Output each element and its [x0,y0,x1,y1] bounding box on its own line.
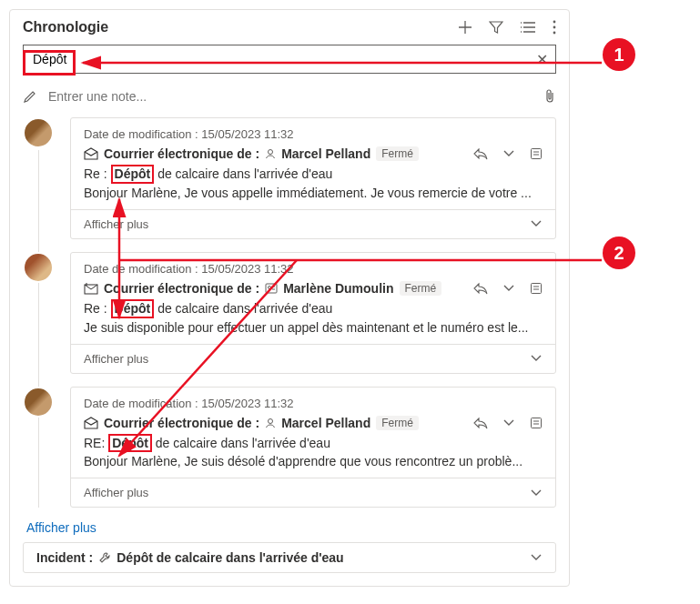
email-preview: Bonjour Marlène, Je vous appelle immédia… [84,186,543,200]
show-more-button[interactable]: Afficher plus [71,209,555,238]
search-box[interactable]: ✕ [23,45,556,74]
reply-icon[interactable] [473,417,488,429]
header-actions [458,20,556,35]
note-icon[interactable] [530,147,543,160]
clear-search-icon[interactable]: ✕ [536,51,548,68]
from-row: Courrier électronique de : Marcel Pellan… [84,416,543,430]
timeline-entry: Date de modification : 15/05/2023 11:32 … [23,387,556,508]
svg-point-1 [553,26,556,29]
panel-header: Chronologie [23,19,556,35]
sender-name: Marlène Dumoulin [283,281,393,296]
reply-icon[interactable] [473,147,488,160]
attachment-icon[interactable] [543,89,556,104]
chevron-down-icon [530,488,543,498]
timeline-panel: Chronologie ✕ Date de modification : 15/… [9,9,570,587]
svg-rect-4 [532,149,542,159]
status-badge: Fermé [376,416,419,430]
search-match-highlight: Dépôt [108,434,152,453]
from-label: Courrier électronique de : [104,146,259,161]
entry-actions [473,282,543,295]
svg-rect-6 [266,284,277,293]
modification-date: Date de modification : 15/05/2023 11:32 [84,262,543,276]
from-row: Courrier électronique de : Marcel Pellan… [84,146,543,161]
chevron-down-icon[interactable] [502,284,515,293]
sender-name: Marcel Pelland [281,146,370,161]
list-order-icon[interactable] [520,20,536,35]
chevron-down-icon[interactable] [502,149,515,158]
timeline-entry: Date de modification : 15/05/2023 11:32 … [23,252,556,374]
more-vertical-icon[interactable] [553,20,556,35]
avatar [23,117,54,148]
add-icon[interactable] [458,20,472,35]
svg-rect-10 [532,418,542,428]
search-match-highlight: Dépôt [111,299,155,318]
annotation-callout-2: 2 [603,237,635,269]
search-input[interactable] [31,51,536,67]
svg-point-3 [269,150,273,155]
reply-icon[interactable] [473,282,488,295]
show-more-button[interactable]: Afficher plus [71,344,555,373]
entry-actions [473,147,543,160]
email-preview: Je suis disponible pour effectuer un app… [84,320,543,335]
email-preview: Bonjour Marlène, Je suis désolé d'appren… [84,454,543,468]
avatar [23,387,54,418]
email-subject: RE: Dépôt de calcaire dans l'arrivée d'e… [84,434,543,453]
modification-date: Date de modification : 15/05/2023 11:32 [84,397,543,410]
svg-point-2 [553,32,556,35]
svg-rect-8 [532,283,542,293]
incident-box[interactable]: Incident : Dépôt de calcaire dans l'arri… [23,542,556,573]
svg-point-9 [269,418,273,423]
status-badge: Fermé [376,146,419,161]
show-all-link[interactable]: Afficher plus [26,520,96,535]
chevron-down-icon[interactable] [530,553,543,562]
from-row: Courrier électronique de : Marlène Dumou… [84,281,543,296]
annotation-callout-1: 1 [603,38,635,71]
entry-card[interactable]: Date de modification : 15/05/2023 11:32 … [70,117,556,239]
from-label: Courrier électronique de : [104,416,259,430]
timeline-entry: Date de modification : 15/05/2023 11:32 … [23,117,556,239]
chevron-down-icon[interactable] [502,418,515,428]
contact-card-icon [265,283,278,294]
incident-title: Dépôt de calcaire dans l'arrivée d'eau [117,550,343,565]
show-more-button[interactable]: Afficher plus [71,478,555,507]
filter-icon[interactable] [489,20,503,35]
entry-card[interactable]: Date de modification : 15/05/2023 11:32 … [70,252,556,374]
avatar [23,252,54,283]
modification-date: Date de modification : 15/05/2023 11:32 [84,127,543,141]
timeline-list: Date de modification : 15/05/2023 11:32 … [23,117,556,508]
email-subject: Re : Dépôt de calcaire dans l'arrivée d'… [84,299,543,318]
person-icon [265,148,276,159]
svg-point-0 [553,21,556,24]
mail-in-icon [84,282,98,295]
note-row [23,83,556,117]
chevron-down-icon [530,219,543,228]
note-icon[interactable] [530,282,543,295]
wrench-icon [98,551,111,564]
mail-open-icon [84,147,98,160]
person-icon [265,418,276,428]
status-badge: Fermé [400,281,442,296]
note-icon[interactable] [530,417,543,429]
mail-open-icon [84,417,98,429]
from-label: Courrier électronique de : [104,281,259,296]
pencil-icon[interactable] [23,89,37,104]
panel-title: Chronologie [23,19,108,35]
sender-name: Marcel Pelland [281,416,370,430]
entry-card[interactable]: Date de modification : 15/05/2023 11:32 … [70,387,556,508]
note-input[interactable] [46,88,534,105]
chevron-down-icon [530,354,543,363]
svg-point-7 [269,286,271,288]
search-match-highlight: Dépôt [111,165,155,184]
incident-label: Incident : [36,550,93,565]
entry-actions [473,417,543,429]
email-subject: Re : Dépôt de calcaire dans l'arrivée d'… [84,165,543,184]
